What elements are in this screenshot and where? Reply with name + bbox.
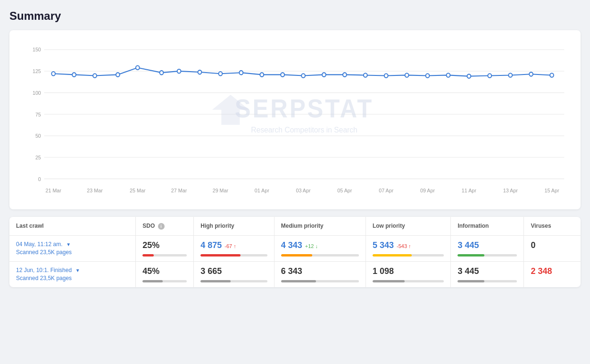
svg-text:25: 25 (35, 155, 41, 160)
svg-point-33 (136, 66, 140, 70)
svg-text:21 Mar: 21 Mar (45, 188, 61, 193)
svg-point-32 (116, 73, 120, 77)
high-priority-cell-1: 4 875 -67 (194, 235, 274, 261)
svg-point-49 (467, 74, 471, 78)
col-header-medium-priority: Medium priority (274, 217, 366, 235)
col-header-information: Information (451, 217, 524, 235)
medium-priority-value-2: 6 343 (281, 266, 359, 276)
svg-point-48 (447, 73, 450, 77)
medium-bar-fill-2 (281, 280, 316, 282)
svg-point-50 (488, 74, 491, 78)
low-priority-delta-1: -543 (397, 243, 411, 249)
high-bar-fill-1 (200, 254, 241, 256)
information-cell-2: 3 445 (451, 261, 524, 287)
svg-point-43 (343, 73, 347, 77)
svg-point-45 (384, 74, 388, 78)
summary-table: Last crawl SDO i High priority Medium pr… (9, 217, 581, 287)
medium-bar-fill-1 (281, 254, 312, 256)
high-bar-2 (200, 280, 267, 282)
low-bar-fill-1 (373, 254, 412, 256)
chart-svg: 150 125 100 75 50 25 0 SERPSTAT Research… (19, 40, 571, 200)
svg-point-52 (529, 72, 533, 76)
medium-priority-cell-1: 4 343 +12 (274, 235, 366, 261)
info-bar-fill-2 (457, 280, 484, 282)
viruses-cell-1: 0 (524, 235, 581, 261)
svg-point-38 (239, 71, 243, 75)
viruses-value-2: 2 348 (531, 266, 574, 276)
svg-text:100: 100 (33, 90, 41, 95)
svg-point-29 (51, 72, 55, 76)
sdo-info-icon[interactable]: i (158, 223, 165, 230)
chart-card: 150 125 100 75 50 25 0 SERPSTAT Research… (9, 30, 581, 209)
crawl-dropdown-2[interactable]: ▼ (75, 268, 80, 273)
high-priority-cell-2: 3 665 (194, 261, 274, 287)
low-bar-1 (373, 254, 444, 256)
svg-point-47 (426, 74, 430, 78)
svg-point-30 (72, 73, 76, 77)
sdo-value-1: 25% (142, 240, 187, 250)
summary-table-card: Last crawl SDO i High priority Medium pr… (9, 217, 581, 287)
svg-text:SERPSTAT: SERPSTAT (235, 94, 374, 123)
svg-text:125: 125 (33, 68, 41, 74)
svg-text:03 Apr: 03 Apr (296, 188, 311, 193)
table-row: 12 Jun, 10:1. Finished ▼ Scanned 23,5K p… (9, 261, 581, 287)
low-bar-2 (373, 280, 444, 282)
col-header-last-crawl: Last crawl (9, 217, 136, 235)
sdo-bar-fill-2 (142, 280, 162, 282)
svg-text:07 Apr: 07 Apr (379, 188, 393, 193)
low-priority-cell-1: 5 343 -543 (366, 235, 451, 261)
high-priority-value-1: 4 875 (200, 240, 222, 250)
svg-text:23 Mar: 23 Mar (87, 188, 103, 193)
svg-point-53 (550, 73, 554, 77)
medium-priority-value-1: 4 343 (281, 240, 302, 250)
low-bar-fill-2 (373, 280, 405, 282)
svg-text:50: 50 (35, 133, 41, 139)
svg-text:15 Apr: 15 Apr (545, 188, 559, 193)
col-header-low-priority: Low priority (366, 217, 451, 235)
crawl-dropdown-1[interactable]: ▼ (66, 242, 71, 247)
low-priority-value-1: 5 343 (373, 240, 394, 250)
svg-text:150: 150 (33, 47, 41, 52)
sdo-bar-fill-1 (142, 254, 153, 256)
svg-point-40 (281, 73, 284, 77)
col-header-high-priority: High priority (194, 217, 274, 235)
info-bar-1 (457, 254, 517, 256)
svg-text:0: 0 (38, 176, 41, 182)
crawl-link-1[interactable]: 04 May, 11:12 am. (16, 241, 63, 248)
crawl-pages-2: Scanned 23,5K pages (16, 275, 72, 281)
col-header-viruses: Viruses (524, 217, 581, 235)
crawl-link-2[interactable]: 12 Jun, 10:1. Finished (16, 267, 72, 273)
viruses-cell-2: 2 348 (524, 261, 581, 287)
low-priority-cell-2: 1 098 (366, 261, 451, 287)
svg-point-34 (160, 71, 164, 75)
sdo-bar-2 (142, 280, 187, 282)
info-bar-2 (457, 280, 517, 282)
svg-text:25 Mar: 25 Mar (130, 188, 146, 193)
page-title: Summary (9, 9, 581, 23)
svg-text:29 Mar: 29 Mar (213, 188, 229, 193)
svg-point-44 (364, 73, 367, 77)
svg-point-39 (260, 73, 264, 77)
high-priority-delta-1: -67 (224, 243, 236, 249)
crawl-cell-1: 04 May, 11:12 am. ▼ Scanned 23,5K pages (9, 235, 136, 261)
svg-point-36 (198, 70, 202, 74)
sdo-value-2: 45% (142, 266, 187, 276)
col-header-sdo: SDO i (136, 217, 194, 235)
svg-text:13 Apr: 13 Apr (503, 188, 518, 193)
svg-point-31 (93, 74, 97, 78)
info-bar-fill-1 (457, 254, 484, 256)
sdo-cell-1: 25% (136, 235, 194, 261)
medium-priority-cell-2: 6 343 (274, 261, 366, 287)
medium-bar-2 (281, 280, 359, 282)
crawl-pages-1: Scanned 23,5K pages (16, 249, 72, 256)
svg-point-37 (219, 72, 223, 76)
high-bar-1 (200, 254, 267, 256)
table-row: 04 May, 11:12 am. ▼ Scanned 23,5K pages … (9, 235, 581, 261)
medium-bar-1 (281, 254, 359, 256)
sdo-bar-1 (142, 254, 187, 256)
high-priority-value-2: 3 665 (200, 266, 267, 276)
svg-text:09 Apr: 09 Apr (420, 188, 435, 193)
low-priority-value-2: 1 098 (373, 266, 444, 276)
high-bar-fill-2 (200, 280, 231, 282)
information-value-2: 3 445 (457, 266, 517, 276)
